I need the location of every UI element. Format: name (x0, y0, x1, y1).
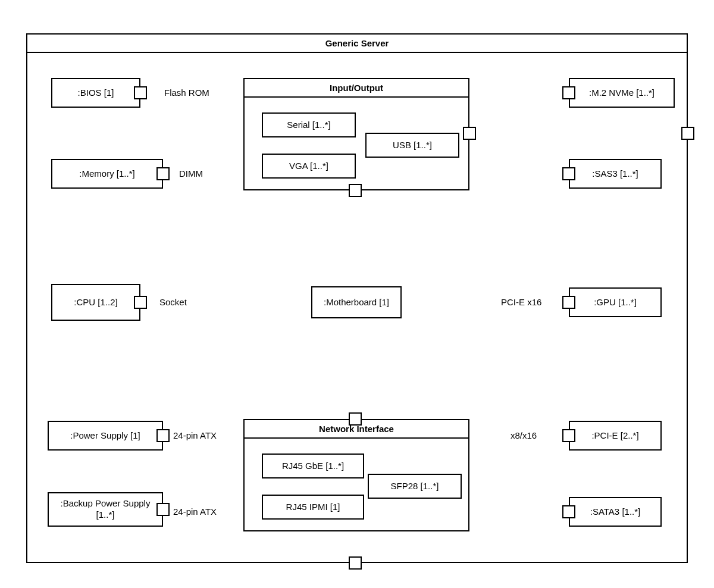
node-m2-label: :M.2 NVMe [1..*] (570, 79, 674, 107)
node-motherboard-label: :Motherboard [1] (312, 287, 400, 317)
node-gpu-label: :GPU [1..*] (570, 289, 660, 316)
port-sas3 (562, 167, 575, 180)
node-io-vga: VGA [1..*] (262, 154, 356, 179)
node-memory-label: :Memory [1..*] (52, 160, 162, 187)
port-psu (156, 429, 170, 442)
node-net-sfp28-label: SFP28 [1..*] (369, 475, 461, 498)
node-io-usb: USB [1..*] (365, 133, 459, 158)
node-bpsu: :Backup Power Supply [1..*] (48, 492, 163, 527)
node-io-serial: Serial [1..*] (262, 112, 356, 137)
node-bios: :BIOS [1] (51, 78, 140, 108)
node-net-rj45ipmi-label: RJ45 IPMI [1] (263, 496, 363, 518)
port-cpu (134, 296, 147, 309)
node-motherboard: :Motherboard [1] (311, 286, 402, 318)
node-net-rj45gbe: RJ45 GbE [1..*] (262, 453, 364, 478)
port-io-bottom (349, 184, 362, 197)
node-net-sfp28: SFP28 [1..*] (368, 474, 462, 499)
port-memory (156, 167, 170, 180)
node-io-title: Input/Output (245, 79, 468, 98)
diagram-canvas: Generic Server :BIOS [1] :Memory [1..*] … (0, 0, 714, 588)
node-bpsu-label: :Backup Power Supply [1..*] (49, 493, 162, 526)
port-pcie (562, 429, 575, 442)
port-frame-right (681, 127, 694, 140)
node-sas3: :SAS3 [1..*] (569, 159, 662, 189)
node-sas3-label: :SAS3 [1..*] (570, 160, 660, 187)
node-psu: :Power Supply [1] (48, 421, 163, 451)
port-io-right (463, 127, 476, 140)
edge-dimm: DIMM (178, 168, 204, 179)
node-memory: :Memory [1..*] (51, 159, 163, 189)
node-net-rj45gbe-label: RJ45 GbE [1..*] (263, 455, 363, 477)
node-bios-label: :BIOS [1] (52, 79, 139, 107)
node-sata3: :SATA3 [1..*] (569, 497, 662, 527)
node-pcie-label: :PCI-E [2..*] (570, 422, 660, 449)
node-cpu-label: :CPU [1..2] (52, 285, 139, 320)
port-bpsu (156, 503, 170, 516)
node-io-usb-label: USB [1..*] (367, 134, 458, 157)
edge-atx2: 24-pin ATX (172, 506, 218, 517)
node-pcie: :PCI-E [2..*] (569, 421, 662, 451)
port-frame-bottom (349, 556, 362, 570)
node-m2-nvme: :M.2 NVMe [1..*] (569, 78, 675, 108)
edge-x8x16: x8/x16 (509, 430, 538, 440)
node-io-serial-label: Serial [1..*] (263, 114, 355, 136)
edge-flashrom: Flash ROM (163, 87, 211, 98)
port-sata3 (562, 505, 575, 518)
node-io-vga-label: VGA [1..*] (263, 155, 355, 177)
edge-atx1: 24-pin ATX (172, 430, 218, 440)
node-net-rj45ipmi: RJ45 IPMI [1] (262, 495, 364, 520)
port-bios (134, 86, 147, 99)
edge-socket: Socket (158, 297, 188, 307)
edge-pciex16: PCI-E x16 (500, 297, 543, 307)
port-gpu (562, 296, 575, 309)
node-cpu: :CPU [1..2] (51, 284, 140, 321)
port-net-top (349, 412, 362, 426)
node-psu-label: :Power Supply [1] (49, 422, 162, 449)
node-sata3-label: :SATA3 [1..*] (570, 498, 660, 526)
frame-title: Generic Server (27, 35, 687, 53)
port-m2 (562, 86, 575, 99)
node-gpu: :GPU [1..*] (569, 287, 662, 317)
